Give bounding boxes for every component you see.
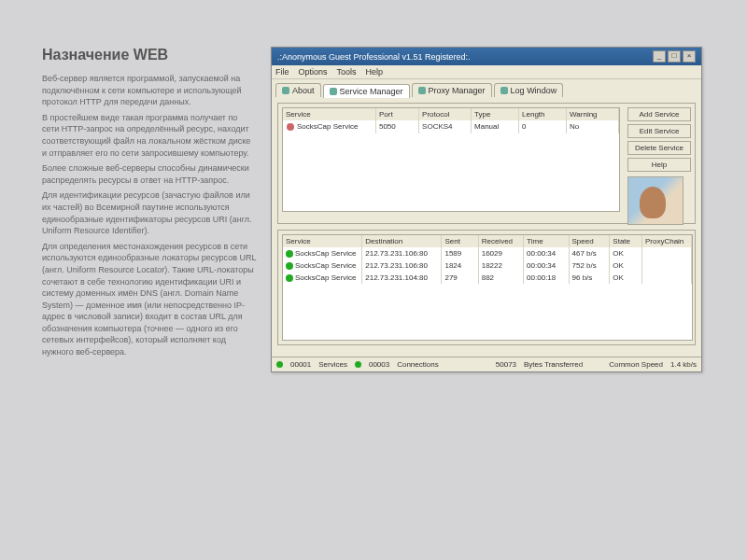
- article-p1: Веб-сервер является программой, запускае…: [42, 73, 257, 108]
- window-title: .:Anonymous Guest Professional v1.51 Reg…: [277, 52, 471, 62]
- add-service-button[interactable]: Add Service: [627, 107, 691, 121]
- menu-tools[interactable]: Tools: [337, 67, 357, 77]
- log-icon: [500, 87, 508, 94]
- article-title: Назначение WEB: [42, 47, 257, 63]
- titlebar[interactable]: .:Anonymous Guest Professional v1.51 Reg…: [272, 48, 701, 65]
- app-window: .:Anonymous Guest Professional v1.51 Reg…: [271, 47, 702, 372]
- service-buttons: Add Service Edit Service Delete Service …: [627, 107, 691, 225]
- services-panel: Service Port Protocol Type Length Warnin…: [277, 103, 696, 224]
- article-p2: В простейшем виде такая программа получа…: [42, 112, 257, 159]
- tab-service-manager[interactable]: Service Manager: [323, 84, 410, 98]
- table-row[interactable]: SocksCap Service212.73.231.104:802798820…: [283, 272, 692, 284]
- services-grid-body: SocksCap Service5050SOCKS4Manual0No: [283, 120, 619, 133]
- connections-grid[interactable]: Service Destination Sent Received Time S…: [282, 234, 693, 341]
- minimize-button[interactable]: _: [653, 50, 666, 63]
- active-icon: [286, 262, 293, 270]
- services-grid[interactable]: Service Port Protocol Type Length Warnin…: [282, 107, 620, 212]
- status-bytes-label: Bytes Transferred: [524, 360, 583, 369]
- status-dot-icon: [355, 361, 361, 368]
- status-bytes-count: 50073: [496, 360, 516, 369]
- article-p3: Более сложные веб-серверы способны динам…: [42, 162, 257, 186]
- service-icon: [330, 88, 337, 95]
- content-area: Service Port Protocol Type Length Warnin…: [272, 97, 701, 357]
- close-button[interactable]: ×: [683, 50, 696, 63]
- status-services-label: Services: [318, 360, 347, 369]
- status-services-count: 00001: [290, 360, 311, 369]
- about-icon: [282, 87, 289, 94]
- delete-service-button[interactable]: Delete Service: [627, 141, 691, 155]
- services-grid-header: Service Port Protocol Type Length Warnin…: [283, 108, 619, 120]
- status-speed-label: Common Speed: [609, 360, 663, 369]
- tabs: About Service Manager Proxy Manager Log …: [272, 79, 701, 97]
- article-p5: Для определения местонахождения ресурсов…: [42, 241, 257, 358]
- menu-options[interactable]: Options: [299, 67, 328, 77]
- svg-point-0: [287, 123, 294, 131]
- article-text: Назначение WEB Веб-сервер является прогр…: [42, 47, 257, 362]
- statusbar: 00001 Services 00003 Connections 50073 B…: [272, 357, 701, 371]
- menubar: File Options Tools Help: [272, 65, 701, 79]
- table-row[interactable]: SocksCap Service5050SOCKS4Manual0No: [283, 120, 619, 133]
- active-icon: [286, 274, 293, 282]
- table-row[interactable]: SocksCap Service212.73.231.106:801589160…: [283, 247, 692, 259]
- status-dot-icon: [276, 361, 283, 368]
- tab-log-window[interactable]: Log Window: [494, 83, 564, 97]
- status-conn-label: Connections: [397, 360, 438, 369]
- preview-image: [627, 176, 684, 225]
- socks-icon: [286, 122, 295, 132]
- tab-about[interactable]: About: [275, 83, 321, 97]
- proxy-icon: [418, 87, 426, 94]
- menu-help[interactable]: Help: [366, 67, 384, 77]
- table-row[interactable]: SocksCap Service212.73.231.106:801824182…: [283, 259, 692, 272]
- connections-grid-body: SocksCap Service212.73.231.106:801589160…: [283, 247, 692, 284]
- menu-file[interactable]: File: [275, 67, 289, 77]
- maximize-button[interactable]: □: [668, 50, 681, 63]
- article-p4: Для идентификации ресурсов (зачастую фай…: [42, 189, 257, 236]
- help-button[interactable]: Help: [627, 158, 691, 172]
- active-icon: [286, 250, 293, 258]
- tab-proxy-manager[interactable]: Proxy Manager: [412, 83, 492, 97]
- status-conn-count: 00003: [369, 360, 389, 369]
- connections-grid-header: Service Destination Sent Received Time S…: [283, 235, 692, 247]
- status-speed-value: 1.4 kb/s: [670, 360, 697, 369]
- connections-panel: Service Destination Sent Received Time S…: [277, 230, 696, 345]
- edit-service-button[interactable]: Edit Service: [627, 124, 691, 138]
